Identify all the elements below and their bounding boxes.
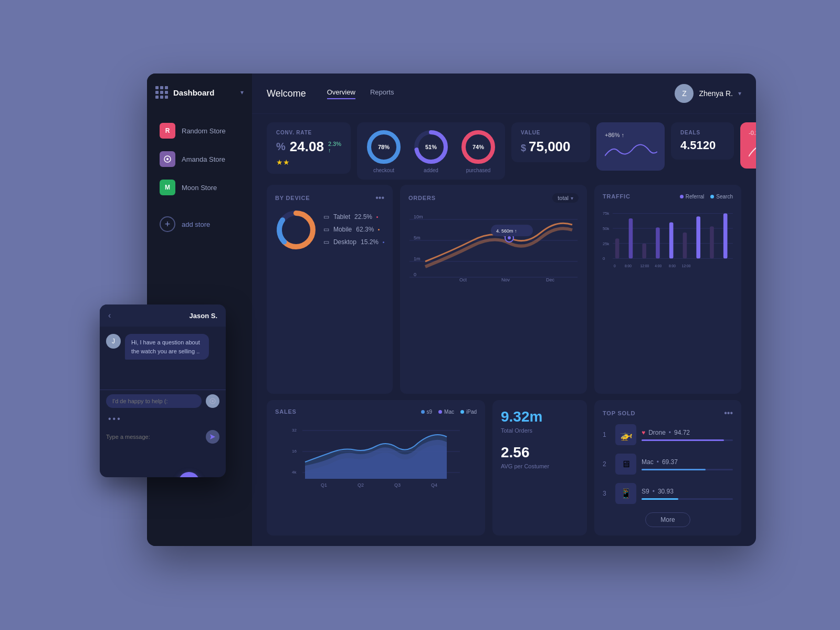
trend-card: +86% ↑ xyxy=(596,122,665,171)
svg-rect-40 xyxy=(656,227,660,258)
filter-chevron-icon: ▾ xyxy=(571,195,573,201)
donut-purchased: 74% purchased xyxy=(460,129,497,173)
value-label: VALUE xyxy=(521,130,581,135)
total-orders-stat: 9.32m Total Orders xyxy=(501,408,579,434)
chat-fab-button[interactable] xyxy=(178,472,200,477)
sales-title: SALES xyxy=(275,408,297,415)
conv-rate-card: CONV. RATE % 24.08 2.3% ↑ ★★ xyxy=(267,122,351,174)
chevron-down-icon: ▾ xyxy=(240,89,244,96)
svg-text:Oct: Oct xyxy=(459,277,467,282)
sold-rank-1: 1 xyxy=(603,431,610,438)
svg-text:8:00: 8:00 xyxy=(669,264,676,268)
svg-rect-45 xyxy=(723,213,728,258)
nav-tabs: Overview Reports xyxy=(327,88,394,99)
svg-text:32: 32 xyxy=(292,428,297,433)
svg-rect-37 xyxy=(615,238,620,258)
top-sold-menu-icon[interactable]: ••• xyxy=(724,408,733,418)
tablet-icon: ▭ xyxy=(323,213,329,220)
svg-text:4k: 4k xyxy=(292,470,297,475)
svg-text:51%: 51% xyxy=(425,144,437,150)
tab-reports[interactable]: Reports xyxy=(370,88,394,99)
s9-name-label: S9 xyxy=(642,488,649,495)
device-tablet-label: Tablet xyxy=(333,213,350,220)
donut-checkout: 78% checkout xyxy=(365,129,402,173)
store-icon-random: R xyxy=(160,123,175,139)
drone-value: 94.72 xyxy=(674,429,690,436)
by-device-title: BY DEVICE xyxy=(275,195,310,201)
chat-header: ‹ Jason S. xyxy=(100,304,226,327)
orders-header: ORDERS total ▾ xyxy=(408,193,579,203)
svg-text:Q1: Q1 xyxy=(321,482,327,488)
device-mobile-label: Mobile xyxy=(333,226,352,233)
by-device-menu-icon[interactable]: ••• xyxy=(375,193,384,203)
device-tablet-pct: 22.5% xyxy=(354,213,372,220)
chat-type-row xyxy=(100,426,226,451)
device-desktop-label: Desktop xyxy=(333,238,356,246)
second-row: SALES s9 Mac xyxy=(252,400,756,546)
sidebar-item-moon-store[interactable]: M Moon Store xyxy=(155,174,244,201)
donut-added-label: added xyxy=(424,167,438,173)
metrics-row: CONV. RATE % 24.08 2.3% ↑ ★★ xyxy=(252,114,756,185)
store-label-moon: Moon Store xyxy=(182,184,217,192)
sales-card: SALES s9 Mac xyxy=(267,400,485,536)
donut-purchased-label: purchased xyxy=(466,167,491,173)
total-orders-label: Total Orders xyxy=(501,427,579,434)
svg-rect-39 xyxy=(642,244,646,259)
svg-text:16: 16 xyxy=(292,449,297,454)
page-title: Welcome xyxy=(267,88,306,99)
top-sold-card: TOP SOLD ••• 1 🚁 ♥ Drone • xyxy=(594,400,741,536)
orders-filter[interactable]: total ▾ xyxy=(552,193,579,203)
svg-text:8:00: 8:00 xyxy=(625,264,632,268)
chat-send-icon[interactable] xyxy=(206,394,219,408)
svg-text:0: 0 xyxy=(603,256,605,261)
search-label: Search xyxy=(716,194,733,200)
chat-type-input[interactable] xyxy=(106,434,202,440)
sidebar-item-random-store[interactable]: R Random Store xyxy=(155,118,244,144)
device-desktop-pct: 15.2% xyxy=(361,238,379,246)
svg-text:Q4: Q4 xyxy=(431,482,437,488)
trend-value: +86% ↑ xyxy=(605,132,656,138)
device-mobile: ▭ Mobile 62.3% xyxy=(323,226,384,233)
chat-input-row xyxy=(100,390,226,412)
svg-text:0: 0 xyxy=(414,272,416,277)
chat-avatar: J xyxy=(106,334,121,349)
tab-overview[interactable]: Overview xyxy=(327,88,355,99)
sales-area-chart: 32 16 4k xyxy=(275,421,477,489)
orders-title: ORDERS xyxy=(408,195,436,201)
svg-text:78%: 78% xyxy=(378,144,390,150)
donut-checkout-label: checkout xyxy=(373,167,394,173)
store-icon-moon: M xyxy=(160,180,175,195)
mac-image: 🖥 xyxy=(615,454,636,475)
donut-added: 51% added xyxy=(413,129,449,173)
s9-label: s9 xyxy=(427,409,433,415)
chat-messages: J Hi, I have a question about the watch … xyxy=(100,327,226,390)
svg-text:4:00: 4:00 xyxy=(655,264,662,268)
sidebar-item-amanda-store[interactable]: Amanda Store xyxy=(155,146,244,172)
s9-dot-sep: • xyxy=(653,488,655,495)
svg-text:Dec: Dec xyxy=(546,277,555,282)
chat-reply-input[interactable] xyxy=(106,394,202,408)
grid-icon xyxy=(155,86,168,99)
drone-image: 🚁 xyxy=(615,424,636,445)
svg-point-1 xyxy=(166,158,169,160)
referral-dot xyxy=(680,195,684,198)
add-store-label: add store xyxy=(182,220,210,228)
svg-text:Nov: Nov xyxy=(501,277,510,282)
svg-text:5m: 5m xyxy=(414,235,421,240)
s9-info: S9 • 30.93 xyxy=(642,488,733,500)
chat-type-send-icon[interactable] xyxy=(206,430,219,444)
drone-info: ♥ Drone • 94.72 xyxy=(642,429,733,441)
tablet-dot xyxy=(376,216,378,218)
mobile-icon: ▭ xyxy=(323,226,329,233)
percent-symbol: % xyxy=(276,141,286,153)
more-button[interactable]: More xyxy=(645,512,690,527)
main-dashboard: Dashboard ▾ R Random Store Amanda Store … xyxy=(147,74,756,546)
value-amount: 75,000 xyxy=(529,139,571,154)
svg-text:12:00: 12:00 xyxy=(640,264,649,268)
dollar-sign: $ xyxy=(521,143,529,153)
chat-back-icon[interactable]: ‹ xyxy=(108,311,111,320)
drone-label: Drone xyxy=(648,429,666,436)
mac-label: Mac xyxy=(642,458,654,466)
add-store-button[interactable]: + add store xyxy=(155,211,244,237)
svg-text:12:00: 12:00 xyxy=(682,264,691,268)
